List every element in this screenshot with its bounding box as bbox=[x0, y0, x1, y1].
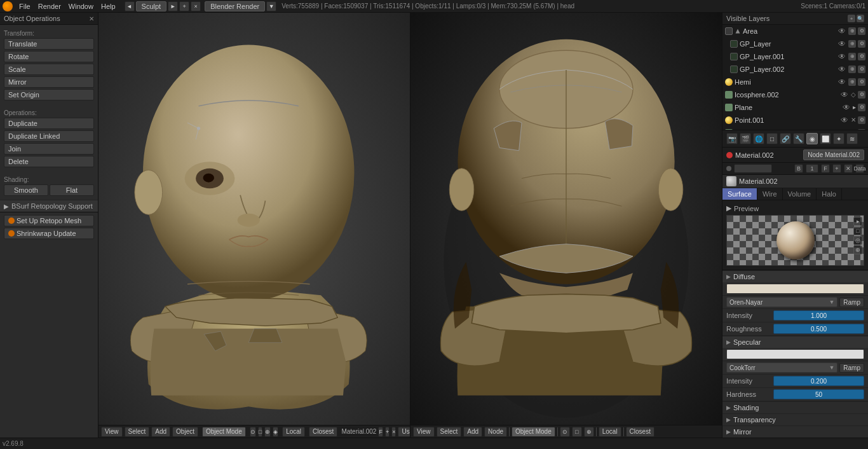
layer-gp002-ctrl2[interactable]: ⚙ bbox=[858, 66, 865, 73]
layer-point001-ctrl[interactable]: ⚙ bbox=[858, 116, 865, 124]
duplicate-btn[interactable]: Duplicate bbox=[4, 118, 94, 129]
layer-plane-ctrl[interactable]: ⚙ bbox=[858, 104, 865, 111]
layer-area-gear[interactable]: ⚙ bbox=[858, 27, 865, 35]
props-texture-btn[interactable]: ⬜ bbox=[820, 133, 831, 144]
tab-volume[interactable]: Volume bbox=[783, 188, 817, 200]
smooth-btn[interactable]: Smooth bbox=[4, 184, 48, 196]
menu-item-help[interactable]: Help bbox=[97, 3, 119, 10]
props-constraint-btn[interactable]: 🔗 bbox=[780, 133, 791, 144]
mirror-btn[interactable]: Mirror bbox=[4, 76, 94, 88]
flat-btn[interactable]: Flat bbox=[50, 184, 94, 196]
vp-right-view-btn[interactable]: View bbox=[413, 427, 435, 437]
transparency-section-header[interactable]: ▶ Transparency bbox=[722, 413, 868, 425]
specular-header[interactable]: ▶ Specular bbox=[722, 336, 868, 348]
layer-plane-eye[interactable]: 👁 bbox=[842, 103, 851, 112]
vp-left-view-btn[interactable]: View bbox=[101, 427, 123, 437]
menu-item-window[interactable]: Window bbox=[65, 3, 97, 10]
vp-right-select-btn[interactable]: Select bbox=[437, 427, 462, 437]
layer-gp001-eye[interactable]: 👁 bbox=[837, 52, 846, 61]
rotate-btn[interactable]: Rotate bbox=[4, 51, 94, 62]
menu-item-render[interactable]: Render bbox=[34, 3, 65, 10]
vp-left-closest-btn[interactable]: Closest bbox=[309, 427, 337, 437]
bsurf-header[interactable]: ▶ BSurf Retopology Support bbox=[0, 200, 98, 212]
layer-gp-eye[interactable]: 👁 bbox=[837, 39, 846, 48]
vp-left-icon4[interactable]: ◈ bbox=[273, 427, 278, 437]
layer-item-icosphere[interactable]: Icosphere.002 👁 ◇ ⚙ bbox=[722, 88, 868, 101]
mat-browser-btn[interactable]: B bbox=[794, 164, 803, 173]
layer-gp-ctrl2[interactable]: ⚙ bbox=[858, 40, 865, 48]
props-world-btn[interactable]: 🌐 bbox=[753, 133, 764, 144]
workspace-close-btn[interactable]: × bbox=[191, 1, 201, 11]
mat-fake-user-btn[interactable]: F bbox=[821, 164, 830, 173]
props-scene-btn[interactable]: 🎬 bbox=[740, 133, 751, 144]
shrinkwrap-btn[interactable]: Shrinkwrap Update bbox=[4, 228, 94, 239]
menu-item-file[interactable]: File bbox=[15, 3, 34, 10]
vp-right-closest-btn[interactable]: Closest bbox=[626, 427, 654, 437]
workspace-next-btn[interactable]: ► bbox=[168, 1, 178, 11]
vp-left-f-btn[interactable]: F bbox=[378, 427, 383, 437]
hardness-slider[interactable]: 50 bbox=[773, 389, 864, 399]
set-origin-btn[interactable]: Set Origin bbox=[4, 89, 94, 100]
layer-area-eye[interactable]: 👁 bbox=[837, 27, 846, 36]
layer-gp001-ctrl1[interactable]: ⊕ bbox=[848, 53, 856, 60]
layer-area-ctrl[interactable]: ⊕ bbox=[848, 27, 856, 35]
join-btn[interactable]: Join bbox=[4, 143, 94, 155]
workspace-prev-btn[interactable]: ◄ bbox=[125, 1, 135, 11]
specular-ramp-btn[interactable]: Ramp bbox=[839, 363, 864, 373]
specular-color-bar[interactable] bbox=[726, 349, 864, 359]
vp-right-add-btn[interactable]: Add bbox=[463, 427, 482, 437]
layer-item-area[interactable]: Area 👁 ⊕ ⚙ bbox=[722, 25, 868, 38]
layer-gp002-ctrl1[interactable]: ⊕ bbox=[848, 66, 856, 73]
layer-hemi-eye[interactable]: 👁 bbox=[837, 78, 846, 86]
vp-right-local-btn[interactable]: Local bbox=[599, 427, 621, 437]
layer-gp-ctrl1[interactable]: ⊕ bbox=[848, 40, 856, 48]
vp-right-icon1[interactable]: ⊙ bbox=[560, 427, 570, 437]
diffuse-ramp-btn[interactable]: Ramp bbox=[839, 298, 864, 307]
specular-type-selector[interactable]: CookTorr ▼ bbox=[726, 363, 837, 373]
vp-left-local-btn[interactable]: Local bbox=[282, 427, 305, 437]
layer-hemi-ctrl2[interactable]: ⚙ bbox=[858, 78, 865, 86]
spec-intensity-slider[interactable]: 0.200 bbox=[773, 376, 864, 386]
tab-surface[interactable]: Surface bbox=[722, 188, 757, 200]
vp-left-icon2[interactable]: □ bbox=[258, 427, 262, 437]
intensity-slider[interactable]: 1.000 bbox=[773, 310, 864, 321]
vp-left-object-btn[interactable]: Object bbox=[172, 427, 198, 437]
roughness-slider[interactable]: 0.500 bbox=[773, 324, 864, 334]
vp-left-del-mat[interactable]: × bbox=[391, 427, 396, 437]
layer-hemi-ctrl1[interactable]: ⊕ bbox=[848, 78, 856, 86]
prev-ctrl-3[interactable]: ◎ bbox=[853, 236, 862, 245]
mat-add-btn[interactable]: + bbox=[832, 164, 841, 173]
layer-item-point001[interactable]: Point.001 👁 ✕ ⚙ bbox=[722, 114, 868, 127]
mat-data-btn[interactable]: Data bbox=[855, 164, 864, 173]
tab-halo[interactable]: Halo bbox=[817, 188, 842, 200]
props-particles-btn[interactable]: ✦ bbox=[833, 133, 844, 144]
props-modifier-btn[interactable]: 🔧 bbox=[793, 133, 804, 144]
renderer-btn[interactable]: ▼ bbox=[266, 1, 276, 11]
vp-left-select-btn[interactable]: Select bbox=[125, 427, 150, 437]
layer-item-hemi[interactable]: Hemi 👁 ⊕ ⚙ bbox=[722, 76, 868, 88]
vp-left-add-btn[interactable]: Add bbox=[151, 427, 170, 437]
viewport-left[interactable]: View Select Add Object Object Mode ⊙ □ ⊕… bbox=[98, 13, 410, 438]
layer-gp001-ctrl2[interactable]: ⚙ bbox=[858, 53, 865, 60]
mirror-section-header[interactable]: ▶ Mirror bbox=[722, 425, 868, 438]
mat-del-btn[interactable]: ✕ bbox=[844, 164, 853, 173]
vp-left-mode-btn[interactable]: Object Mode bbox=[202, 427, 246, 437]
blender-logo-icon[interactable] bbox=[3, 1, 13, 11]
diffuse-type-selector[interactable]: Oren-Nayar ▼ bbox=[726, 297, 837, 307]
layer-gp002-eye[interactable]: 👁 bbox=[837, 65, 846, 74]
layer-icosphere-ctrl[interactable]: ⚙ bbox=[858, 91, 865, 99]
vp-right-node-btn[interactable]: Node bbox=[484, 427, 507, 437]
object-panel-close[interactable]: ✕ bbox=[89, 15, 94, 22]
vp-left-icon3[interactable]: ⊕ bbox=[264, 427, 271, 437]
vp-left-icon1[interactable]: ⊙ bbox=[250, 427, 256, 437]
vp-left-use-nodes[interactable]: Use Nodes bbox=[398, 427, 410, 437]
mat-mini-slider[interactable] bbox=[734, 164, 772, 173]
duplicate-linked-btn[interactable]: Duplicate Linked bbox=[4, 130, 94, 142]
layer-icosphere-eye[interactable]: 👁 bbox=[840, 90, 849, 99]
mat-users-btn[interactable]: 1 bbox=[806, 164, 818, 173]
layer-item-gp001[interactable]: GP_Layer.001 👁 ⊕ ⚙ bbox=[728, 50, 868, 63]
props-material-btn[interactable]: ◉ bbox=[806, 133, 818, 144]
shading-section-header[interactable]: ▶ Shading bbox=[722, 401, 868, 413]
diffuse-color-bar[interactable] bbox=[726, 284, 864, 294]
viewport-right[interactable]: View Select Add Node Object Mode ⊙ □ ⊕ L… bbox=[410, 13, 722, 438]
